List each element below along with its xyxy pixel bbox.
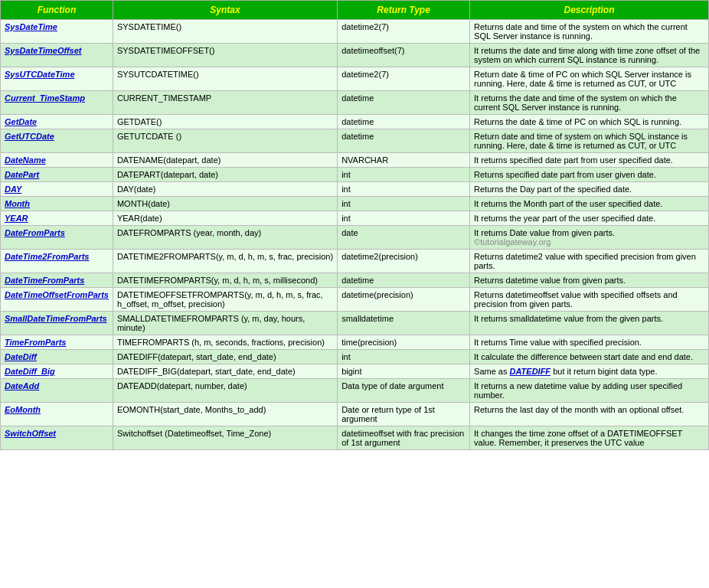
function-cell[interactable]: DateDiff bbox=[1, 350, 113, 364]
table-row: DatePartDATEPART(datepart, date)intRetur… bbox=[1, 168, 709, 182]
syntax-cell: DATEFROMPARTS (year, month, day) bbox=[113, 226, 337, 250]
description-cell: Returns datetime value from given parts. bbox=[470, 273, 709, 288]
syntax-cell: YEAR(date) bbox=[113, 211, 337, 226]
returntype-cell: datetime2(7) bbox=[338, 67, 470, 91]
table-row: TimeFromPartsTIMEFROMPARTS (h, m, second… bbox=[1, 335, 709, 350]
description-cell: Returns datetime2 value with specified p… bbox=[470, 250, 709, 273]
syntax-cell: DATEDIFF(datepart, start_date, end_date) bbox=[113, 350, 337, 364]
function-cell[interactable]: GetDate bbox=[1, 115, 113, 129]
table-row: DateDiffDATEDIFF(datepart, start_date, e… bbox=[1, 350, 709, 364]
syntax-cell: DATEADD(datepart, number, date) bbox=[113, 379, 337, 403]
function-cell[interactable]: SysDateTimeOffset bbox=[1, 44, 113, 67]
returntype-cell: datetime2(7) bbox=[338, 20, 470, 44]
returntype-cell: datetime bbox=[338, 115, 470, 129]
header-description: Description bbox=[470, 1, 709, 20]
description-cell: Same as DATEDIFF but it return bigint da… bbox=[470, 364, 709, 379]
returntype-cell: int bbox=[338, 168, 470, 182]
returntype-cell: datetime2(precision) bbox=[338, 250, 470, 273]
function-cell[interactable]: SmallDateTimeFromParts bbox=[1, 312, 113, 335]
returntype-cell: int bbox=[338, 182, 470, 197]
description-cell: Returns datetimeoffset value with specif… bbox=[470, 288, 709, 312]
returntype-cell: Data type of date argument bbox=[338, 379, 470, 403]
table-row: GetUTCDateGETUTCDATE ()datetimeReturn da… bbox=[1, 129, 709, 153]
returntype-cell: datetimeoffset with frac precision of 1s… bbox=[338, 426, 470, 450]
function-cell[interactable]: Current_TimeStamp bbox=[1, 91, 113, 115]
function-cell[interactable]: DateAdd bbox=[1, 379, 113, 403]
function-cell[interactable]: DatePart bbox=[1, 168, 113, 182]
description-cell: It returns Time value with specified pre… bbox=[470, 335, 709, 350]
description-cell: Returns specified date part from user gi… bbox=[470, 168, 709, 182]
description-cell: It calculate the difference between star… bbox=[470, 350, 709, 364]
syntax-cell: SYSDATETIME() bbox=[113, 20, 337, 44]
header-syntax: Syntax bbox=[113, 1, 337, 20]
function-cell[interactable]: SwitchOffset bbox=[1, 426, 113, 450]
function-cell[interactable]: DateDiff_Big bbox=[1, 364, 113, 379]
table-row: SysDateTimeSYSDATETIME()datetime2(7)Retu… bbox=[1, 20, 709, 44]
description-cell: Returns the date & time of PC on which S… bbox=[470, 115, 709, 129]
syntax-cell: EOMONTH(start_date, Months_to_add) bbox=[113, 403, 337, 426]
header-returntype: Return Type bbox=[338, 1, 470, 20]
syntax-cell: GETUTCDATE () bbox=[113, 129, 337, 153]
table-row: EoMonthEOMONTH(start_date, Months_to_add… bbox=[1, 403, 709, 426]
function-cell[interactable]: DateFromParts bbox=[1, 226, 113, 250]
returntype-cell: date bbox=[338, 226, 470, 250]
functions-table: Function Syntax Return Type Description … bbox=[0, 0, 709, 450]
function-cell[interactable]: SysUTCDateTime bbox=[1, 67, 113, 91]
table-row: DAYDAY(date)intReturns the Day part of t… bbox=[1, 182, 709, 197]
table-row: SwitchOffsetSwitchoffset (Datetimeoffset… bbox=[1, 426, 709, 450]
returntype-cell: smalldatetime bbox=[338, 312, 470, 335]
description-cell: Returns date and time of the system on w… bbox=[470, 20, 709, 44]
header-function: Function bbox=[1, 1, 113, 20]
function-cell[interactable]: YEAR bbox=[1, 211, 113, 226]
description-cell: It returns smalldatetime value from the … bbox=[470, 312, 709, 335]
syntax-cell: DATEDIFF_BIG(datepart, start_date, end_d… bbox=[113, 364, 337, 379]
returntype-cell: datetime bbox=[338, 273, 470, 288]
table-row: SmallDateTimeFromPartsSMALLDATETIMEFROMP… bbox=[1, 312, 709, 335]
syntax-cell: DATETIMEOFFSETFROMPARTS(y, m, d, h, m, s… bbox=[113, 288, 337, 312]
syntax-cell: SYSUTCDATETIME() bbox=[113, 67, 337, 91]
table-row: Current_TimeStampCURRENT_TIMESTAMPdateti… bbox=[1, 91, 709, 115]
syntax-cell: TIMEFROMPARTS (h, m, seconds, fractions,… bbox=[113, 335, 337, 350]
function-cell[interactable]: GetUTCDate bbox=[1, 129, 113, 153]
returntype-cell: int bbox=[338, 197, 470, 211]
table-row: DateTimeOffsetFromPartsDATETIMEOFFSETFRO… bbox=[1, 288, 709, 312]
returntype-cell: int bbox=[338, 350, 470, 364]
function-cell[interactable]: DateName bbox=[1, 153, 113, 168]
function-cell[interactable]: DateTime2FromParts bbox=[1, 250, 113, 273]
function-cell[interactable]: SysDateTime bbox=[1, 20, 113, 44]
function-cell[interactable]: DateTimeFromParts bbox=[1, 273, 113, 288]
table-row: DateAddDATEADD(datepart, number, date)Da… bbox=[1, 379, 709, 403]
function-cell[interactable]: DAY bbox=[1, 182, 113, 197]
table-row: DateNameDATENAME(datepart, date)NVARCHAR… bbox=[1, 153, 709, 168]
syntax-cell: DATETIME2FROMPARTS(y, m, d, h, m, s, fra… bbox=[113, 250, 337, 273]
table-row: SysUTCDateTimeSYSUTCDATETIME()datetime2(… bbox=[1, 67, 709, 91]
function-cell[interactable]: EoMonth bbox=[1, 403, 113, 426]
description-cell: Return date & time of PC on which SQL Se… bbox=[470, 67, 709, 91]
returntype-cell: Date or return type of 1st argument bbox=[338, 403, 470, 426]
description-cell: It returns the Month part of the user sp… bbox=[470, 197, 709, 211]
table-row: GetDateGETDATE()datetimeReturns the date… bbox=[1, 115, 709, 129]
returntype-cell: NVARCHAR bbox=[338, 153, 470, 168]
function-cell[interactable]: DateTimeOffsetFromParts bbox=[1, 288, 113, 312]
table-row: SysDateTimeOffsetSYSDATETIMEOFFSET()date… bbox=[1, 44, 709, 67]
table-row: YEARYEAR(date)intIt returns the year par… bbox=[1, 211, 709, 226]
returntype-cell: datetime(precision) bbox=[338, 288, 470, 312]
syntax-cell: DATEPART(datepart, date) bbox=[113, 168, 337, 182]
syntax-cell: DAY(date) bbox=[113, 182, 337, 197]
syntax-cell: DATETIMEFROMPARTS(y, m, d, h, m, s, mill… bbox=[113, 273, 337, 288]
description-cell: It returns the date and time along with … bbox=[470, 44, 709, 67]
syntax-cell: SYSDATETIMEOFFSET() bbox=[113, 44, 337, 67]
function-cell[interactable]: TimeFromParts bbox=[1, 335, 113, 350]
description-cell: Returns the last day of the month with a… bbox=[470, 403, 709, 426]
table-row: DateTime2FromPartsDATETIME2FROMPARTS(y, … bbox=[1, 250, 709, 273]
syntax-cell: Switchoffset (Datetimeoffset, Time_Zone) bbox=[113, 426, 337, 450]
returntype-cell: datetimeoffset(7) bbox=[338, 44, 470, 67]
table-row: DateFromPartsDATEFROMPARTS (year, month,… bbox=[1, 226, 709, 250]
description-cell: It returns specified date part from user… bbox=[470, 153, 709, 168]
returntype-cell: bigint bbox=[338, 364, 470, 379]
description-cell: Returns the Day part of the specified da… bbox=[470, 182, 709, 197]
function-cell[interactable]: Month bbox=[1, 197, 113, 211]
syntax-cell: DATENAME(datepart, date) bbox=[113, 153, 337, 168]
description-cell: It returns Date value from given parts.©… bbox=[470, 226, 709, 250]
syntax-cell: MONTH(date) bbox=[113, 197, 337, 211]
